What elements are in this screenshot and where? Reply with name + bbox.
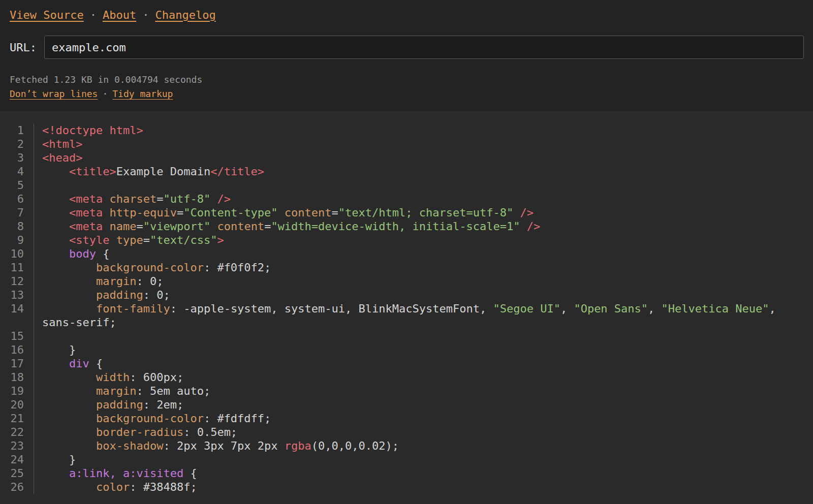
- code-line: 25 a:link, a:visited {: [0, 466, 813, 480]
- line-number: 24: [0, 453, 34, 466]
- line-number: 10: [0, 247, 34, 261]
- top-nav: View Source·About·Changelog: [0, 8, 813, 22]
- code-text: <style type="text/css">: [34, 233, 813, 247]
- line-number: 2: [0, 137, 34, 151]
- code-line: 20 padding: 2em;: [0, 398, 813, 412]
- url-input[interactable]: [44, 36, 804, 59]
- code-line: 2<html>: [0, 137, 813, 151]
- code-line: 26 color: #38488f;: [0, 480, 813, 494]
- code-text: border-radius: 0.5em;: [34, 425, 813, 439]
- code-line: 18 width: 600px;: [0, 370, 813, 384]
- code-line: 8 <meta name="viewport" content="width=d…: [0, 219, 813, 233]
- line-number: 11: [0, 261, 34, 274]
- line-number: 18: [0, 370, 34, 384]
- line-number: 12: [0, 274, 34, 288]
- code-text: margin: 0;: [34, 274, 813, 288]
- line-number: 3: [0, 151, 34, 165]
- line-number: 15: [0, 329, 34, 343]
- options-separator: ·: [102, 88, 108, 99]
- wrap-lines-toggle-link[interactable]: Don’t wrap lines: [10, 88, 98, 99]
- code-text: body {: [34, 247, 813, 261]
- nav-view-source-link[interactable]: View Source: [10, 9, 84, 21]
- fetch-status: Fetched 1.23 KB in 0.004794 seconds: [0, 74, 813, 85]
- nav-separator: ·: [90, 9, 97, 21]
- code-text: padding: 0;: [34, 288, 813, 302]
- code-line: 3<head>: [0, 151, 813, 165]
- code-line: 11 background-color: #f0f0f2;: [0, 261, 813, 274]
- code-view: 1<!doctype html>2<html>3<head>4 <title>E…: [0, 123, 813, 494]
- code-text: box-shadow: 2px 3px 7px 2px rgba(0,0,0,0…: [34, 439, 813, 453]
- line-number: 16: [0, 343, 34, 357]
- code-line: 7 <meta http-equiv="Content-type" conten…: [0, 206, 813, 219]
- line-number: 17: [0, 357, 34, 370]
- code-line: 23 box-shadow: 2px 3px 7px 2px rgba(0,0,…: [0, 439, 813, 453]
- code-line: 9 <style type="text/css">: [0, 233, 813, 247]
- nav-about-link[interactable]: About: [103, 9, 136, 21]
- code-line: 14 font-family: -apple-system, system-ui…: [0, 302, 813, 329]
- code-text: <meta name="viewport" content="width=dev…: [34, 219, 813, 233]
- code-line: 12 margin: 0;: [0, 274, 813, 288]
- code-line: 24 }: [0, 453, 813, 466]
- code-text: [34, 178, 813, 192]
- code-text: div {: [34, 357, 813, 370]
- line-number: 7: [0, 206, 34, 219]
- code-line: 5: [0, 178, 813, 192]
- nav-changelog-link[interactable]: Changelog: [155, 9, 215, 21]
- code-text: padding: 2em;: [34, 398, 813, 412]
- line-number: 20: [0, 398, 34, 412]
- code-text: color: #38488f;: [34, 480, 813, 494]
- code-text: }: [34, 453, 813, 466]
- line-number: 25: [0, 466, 34, 480]
- line-number: 26: [0, 480, 34, 494]
- line-number: 19: [0, 384, 34, 398]
- code-text: a:link, a:visited {: [34, 466, 813, 480]
- tidy-markup-link[interactable]: Tidy markup: [112, 88, 173, 99]
- code-line: 16 }: [0, 343, 813, 357]
- line-number: 6: [0, 192, 34, 206]
- code-text: background-color: #fdfdff;: [34, 412, 813, 425]
- line-number: 22: [0, 425, 34, 439]
- code-text: margin: 5em auto;: [34, 384, 813, 398]
- line-number: 1: [0, 123, 34, 137]
- code-text: width: 600px;: [34, 370, 813, 384]
- line-number: 14: [0, 302, 34, 329]
- code-text: font-family: -apple-system, system-ui, B…: [34, 302, 813, 329]
- code-text: <!doctype html>: [34, 123, 813, 137]
- code-line: 13 padding: 0;: [0, 288, 813, 302]
- code-line: 15: [0, 329, 813, 343]
- code-text: <meta charset="utf-8" />: [34, 192, 813, 206]
- code-line: 6 <meta charset="utf-8" />: [0, 192, 813, 206]
- code-line: 17 div {: [0, 357, 813, 370]
- line-number: 21: [0, 412, 34, 425]
- code-text: <head>: [34, 151, 813, 165]
- line-number: 4: [0, 165, 34, 178]
- code-line: 1<!doctype html>: [0, 123, 813, 137]
- code-line: 21 background-color: #fdfdff;: [0, 412, 813, 425]
- view-options: Don’t wrap lines·Tidy markup: [0, 88, 813, 99]
- url-bar: URL:: [0, 36, 813, 59]
- url-label: URL:: [10, 41, 37, 54]
- code-text: [34, 329, 813, 343]
- header: View Source·About·Changelog URL: Fetched…: [0, 0, 813, 111]
- code-text: <title>Example Domain</title>: [34, 165, 813, 178]
- code-text: <html>: [34, 137, 813, 151]
- code-line: 22 border-radius: 0.5em;: [0, 425, 813, 439]
- code-line: 19 margin: 5em auto;: [0, 384, 813, 398]
- line-number: 13: [0, 288, 34, 302]
- code-line: 4 <title>Example Domain</title>: [0, 165, 813, 178]
- line-number: 23: [0, 439, 34, 453]
- nav-separator: ·: [142, 9, 149, 21]
- line-number: 9: [0, 233, 34, 247]
- source-code-viewer: 1<!doctype html>2<html>3<head>4 <title>E…: [0, 111, 813, 494]
- code-text: background-color: #f0f0f2;: [34, 261, 813, 274]
- line-number: 8: [0, 219, 34, 233]
- code-line: 10 body {: [0, 247, 813, 261]
- code-text: }: [34, 343, 813, 357]
- line-number: 5: [0, 178, 34, 192]
- code-text: <meta http-equiv="Content-type" content=…: [34, 206, 813, 219]
